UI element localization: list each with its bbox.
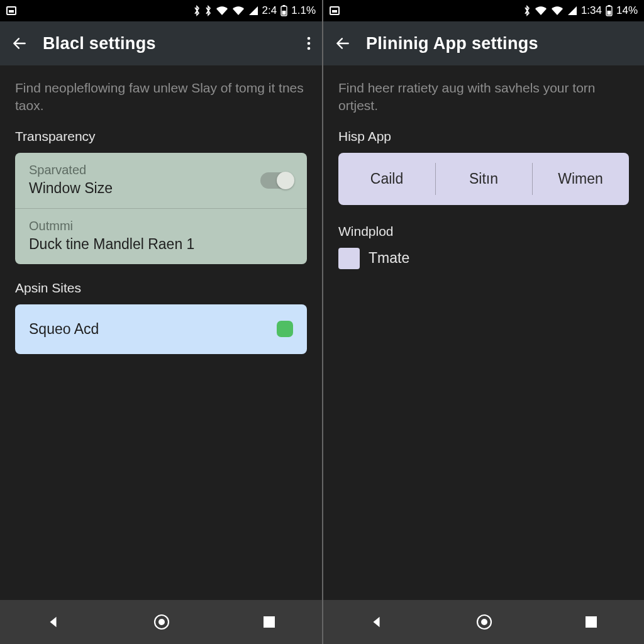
status-time: 2:4 <box>262 4 277 17</box>
wifi-icon <box>216 6 228 16</box>
bluetooth-icon-2 <box>204 5 212 16</box>
segment-wimen[interactable]: Wimen <box>532 153 629 205</box>
svg-point-3 <box>308 37 311 40</box>
status-bar: 2:4 1.1% <box>0 0 322 21</box>
window-size-toggle[interactable] <box>260 172 293 189</box>
svg-point-4 <box>308 42 311 45</box>
setting-sublabel: Outmmi <box>29 219 293 233</box>
nav-bar <box>0 600 322 644</box>
content-area: Find heer rratiety aug with savhels your… <box>323 65 644 600</box>
status-time: 1:34 <box>581 4 602 17</box>
segmented-control: Caild Sitın Wimen <box>338 153 629 205</box>
section-windplod-label: Windplod <box>338 224 629 239</box>
segment-caild[interactable]: Caild <box>338 153 435 205</box>
tmate-label: Tmate <box>369 250 409 267</box>
battery-icon <box>606 5 613 16</box>
site-status-indicator <box>277 321 293 337</box>
nav-recent-icon[interactable] <box>585 616 597 628</box>
status-battery: 14% <box>616 4 638 17</box>
section-hisp-app-label: Hisp App <box>338 129 629 144</box>
page-title: Plininig App settings <box>366 34 538 53</box>
svg-rect-11 <box>607 11 611 15</box>
segment-sitin[interactable]: Sitın <box>435 153 532 205</box>
bluetooth-icon <box>193 5 201 16</box>
page-title: Blacl settings <box>43 34 156 53</box>
setting-mainlabel: Duck tine Mandlel Raen 1 <box>29 236 293 253</box>
cell-signal-icon <box>248 6 258 16</box>
description-text: Find heer rratiety aug with savhels your… <box>338 79 629 115</box>
status-battery: 1.1% <box>291 4 316 17</box>
cell-signal-icon <box>567 6 577 16</box>
picture-in-picture-icon <box>330 6 340 15</box>
wifi-icon-2 <box>551 6 564 16</box>
svg-rect-2 <box>282 11 286 15</box>
tmate-checkbox[interactable] <box>338 248 360 269</box>
nav-recent-icon[interactable] <box>263 616 275 628</box>
overflow-menu-icon[interactable] <box>307 36 311 51</box>
svg-point-13 <box>481 619 487 625</box>
picture-in-picture-icon <box>6 6 16 15</box>
nav-back-icon[interactable] <box>47 615 60 629</box>
sites-card: Squeo Acd <box>15 304 307 354</box>
content-area: Find neopleflowing faw unlew Slay of tom… <box>0 65 322 600</box>
svg-rect-14 <box>586 616 597 628</box>
svg-rect-10 <box>608 5 610 6</box>
checkbox-row-tmate[interactable]: Tmate <box>338 248 629 269</box>
svg-rect-8 <box>264 616 275 628</box>
app-bar: Plininig App settings <box>323 21 644 65</box>
setting-sublabel: Sparvated <box>29 163 293 177</box>
battery-icon <box>280 5 287 16</box>
status-bar: 1:34 14% <box>323 0 644 21</box>
setting-duck-tine[interactable]: Outmmi Duck tine Mandlel Raen 1 <box>15 208 307 264</box>
nav-back-icon[interactable] <box>370 615 384 629</box>
site-name-label: Squeo Acd <box>29 321 99 338</box>
back-arrow-icon[interactable] <box>335 35 351 52</box>
nav-home-icon[interactable] <box>476 614 492 630</box>
section-transparency-label: Transparency <box>15 129 307 144</box>
svg-rect-1 <box>283 5 286 6</box>
site-row-squeo[interactable]: Squeo Acd <box>15 304 307 354</box>
back-arrow-icon[interactable] <box>11 35 28 52</box>
description-text: Find neopleflowing faw unlew Slay of tom… <box>15 79 307 115</box>
transparency-card: Sparvated Window Size Outmmi Duck tine M… <box>15 153 307 264</box>
phone-right: 1:34 14% Plininig App settings Find heer… <box>322 0 644 644</box>
setting-mainlabel: Window Size <box>29 180 293 197</box>
setting-window-size[interactable]: Sparvated Window Size <box>15 153 307 208</box>
svg-point-7 <box>158 619 165 625</box>
bluetooth-icon <box>523 5 531 16</box>
wifi-icon-2 <box>232 6 245 16</box>
wifi-icon <box>535 6 547 16</box>
app-bar: Blacl settings <box>0 21 322 65</box>
nav-home-icon[interactable] <box>153 614 170 630</box>
nav-bar <box>323 600 644 644</box>
phone-left: 2:4 1.1% Blacl settings Find neopleflowi… <box>0 0 322 644</box>
section-sites-label: Apsin Sites <box>15 280 307 296</box>
svg-point-5 <box>308 47 311 50</box>
